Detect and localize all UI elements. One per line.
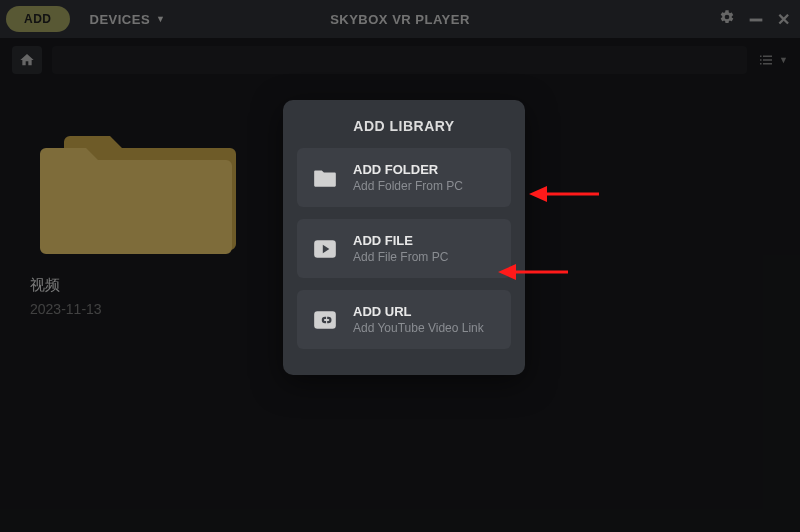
svg-marker-3 <box>529 186 547 202</box>
list-icon <box>757 51 775 69</box>
add-url-option[interactable]: ADD URL Add YouTube Video Link <box>297 290 511 349</box>
svg-rect-1 <box>314 311 336 328</box>
svg-marker-5 <box>498 264 516 280</box>
option-subtitle: Add File From PC <box>353 250 497 264</box>
library-folder-item[interactable]: 视频 2023-11-13 <box>30 122 250 317</box>
modal-title: ADD LIBRARY <box>283 100 525 148</box>
view-mode-dropdown[interactable]: ▼ <box>757 51 788 69</box>
play-icon <box>311 237 339 261</box>
add-folder-option[interactable]: ADD FOLDER Add Folder From PC <box>297 148 511 207</box>
option-subtitle: Add YouTube Video Link <box>353 321 497 335</box>
devices-label: DEVICES <box>90 12 151 27</box>
toolbar: ▼ <box>0 38 800 82</box>
link-icon <box>311 308 339 332</box>
folder-icon <box>311 166 339 190</box>
window-controls: ‒ ✕ <box>719 9 790 29</box>
option-text: ADD URL Add YouTube Video Link <box>353 304 497 335</box>
option-text: ADD FOLDER Add Folder From PC <box>353 162 497 193</box>
chevron-down-icon: ▼ <box>156 14 165 24</box>
path-input[interactable] <box>52 46 747 74</box>
close-button[interactable]: ✕ <box>777 10 790 29</box>
folder-icon <box>30 122 250 262</box>
home-button[interactable] <box>12 46 42 74</box>
folder-name: 视频 <box>30 276 250 295</box>
add-library-modal: ADD LIBRARY ADD FOLDER Add Folder From P… <box>283 100 525 375</box>
minimize-button[interactable]: ‒ <box>749 14 763 24</box>
folder-date: 2023-11-13 <box>30 301 250 317</box>
devices-dropdown[interactable]: DEVICES ▼ <box>90 12 166 27</box>
option-text: ADD FILE Add File From PC <box>353 233 497 264</box>
option-subtitle: Add Folder From PC <box>353 179 497 193</box>
app-title: SKYBOX VR PLAYER <box>330 12 470 27</box>
option-title: ADD FILE <box>353 233 497 248</box>
annotation-arrow <box>498 260 568 284</box>
option-title: ADD URL <box>353 304 497 319</box>
titlebar: ADD DEVICES ▼ SKYBOX VR PLAYER ‒ ✕ <box>0 0 800 38</box>
chevron-down-icon: ▼ <box>779 55 788 65</box>
option-title: ADD FOLDER <box>353 162 497 177</box>
add-file-option[interactable]: ADD FILE Add File From PC <box>297 219 511 278</box>
home-icon <box>19 52 35 68</box>
annotation-arrow <box>529 182 599 206</box>
gear-icon[interactable] <box>719 9 735 29</box>
add-button[interactable]: ADD <box>6 6 70 32</box>
